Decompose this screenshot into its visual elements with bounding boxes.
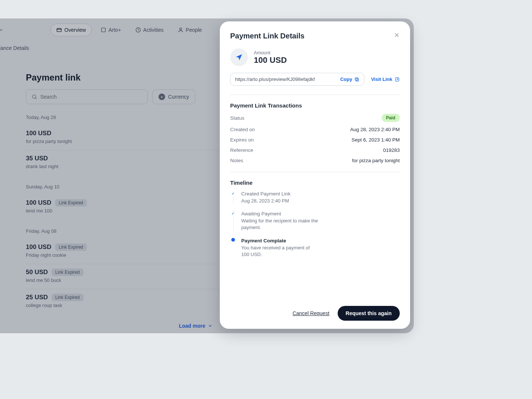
check-icon: ✓: [231, 191, 236, 196]
timeline-item: Payment ComplateYou have received a paym…: [230, 238, 400, 265]
reference-value: 019283: [383, 147, 400, 153]
status-badge: Paid: [382, 114, 400, 122]
timeline-connector: [233, 197, 233, 204]
expires-label: Expires on: [230, 137, 254, 143]
meta-expires: Expires on Sept 6, 2023 1:40 PM: [230, 137, 400, 143]
transactions-section-title: Payment Link Transactions: [230, 102, 400, 109]
modal-title: Payment Link Details: [230, 32, 304, 40]
visit-link-label: Visit Link: [371, 76, 392, 82]
meta-created: Created on Aug 28, 2023 2:40 PM: [230, 127, 400, 132]
notes-value: for pizza party tonight: [352, 158, 400, 163]
payment-link-details-modal: Payment Link Details Amount 100 USD http…: [220, 21, 410, 329]
send-icon: [230, 48, 248, 66]
svg-rect-8: [356, 78, 359, 81]
link-row: https://arto.plus/preview/KJ098efajdkf C…: [230, 73, 400, 86]
amount-label: Amount: [254, 50, 287, 55]
link-url-box: https://arto.plus/preview/KJ098efajdkf C…: [230, 73, 364, 86]
timeline-section-title: Timeline: [230, 180, 400, 186]
close-icon: [394, 32, 400, 38]
copy-label: Copy: [340, 76, 352, 82]
modal-footer: Cancel Request Request this again: [230, 306, 400, 321]
meta-status: Status Paid: [230, 114, 400, 122]
svg-rect-9: [355, 78, 358, 80]
copy-button[interactable]: Copy: [340, 76, 360, 82]
copy-icon: [354, 77, 359, 82]
timeline: ✓Created Payment LinkAug 28, 2023 2:40 P…: [230, 191, 400, 265]
status-label: Status: [230, 115, 244, 121]
meta-reference: Reference 019283: [230, 147, 400, 153]
timeline-sub: Waiting for the recipient to make the pa…: [241, 218, 319, 231]
close-button[interactable]: [394, 32, 400, 40]
cancel-request-button[interactable]: Cancel Request: [293, 310, 330, 316]
notes-label: Notes: [230, 158, 243, 163]
timeline-sub: You have received a payment of 100 USD.: [241, 245, 319, 258]
timeline-item: ✓Awaiting PaymentWaiting for the recipie…: [230, 211, 400, 238]
created-value: Aug 28, 2023 2:40 PM: [350, 127, 400, 132]
timeline-title: Payment Complate: [241, 238, 400, 243]
timeline-sub: Aug 28, 2023 2:40 PM: [241, 198, 319, 204]
link-url: https://arto.plus/preview/KJ098efajdkf: [235, 76, 315, 82]
dot-current-icon: [231, 238, 235, 242]
divider: [230, 172, 400, 172]
meta-notes: Notes for pizza party tonight: [230, 158, 400, 163]
visit-link-button[interactable]: Visit Link: [371, 76, 400, 82]
timeline-item: ✓Created Payment LinkAug 28, 2023 2:40 P…: [230, 191, 400, 211]
timeline-title: Awaiting Payment: [241, 211, 400, 216]
created-label: Created on: [230, 127, 255, 132]
external-link-icon: [395, 77, 400, 82]
expires-value: Sept 6, 2023 1:40 PM: [351, 137, 400, 143]
timeline-connector: [233, 217, 233, 231]
amount-block: Amount 100 USD: [230, 48, 400, 66]
divider: [230, 95, 400, 95]
amount-value: 100 USD: [254, 55, 287, 65]
request-again-button[interactable]: Request this again: [338, 306, 400, 321]
reference-label: Reference: [230, 147, 253, 153]
check-icon: ✓: [231, 211, 236, 216]
timeline-title: Created Payment Link: [241, 191, 400, 197]
